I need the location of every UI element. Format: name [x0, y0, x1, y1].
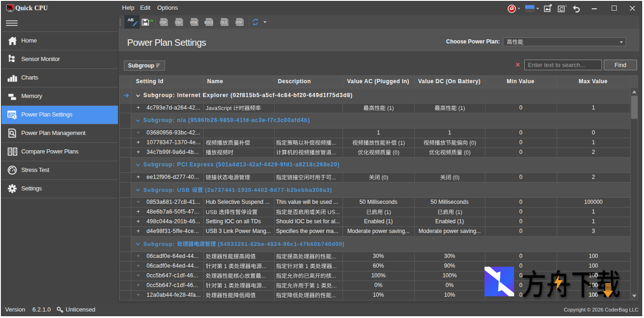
svg-text:HTM: HTM	[190, 21, 197, 24]
svg-text:PDF: PDF	[160, 21, 166, 24]
svg-text:RTF: RTF	[236, 21, 242, 24]
svg-text:DOCX: DOCX	[204, 21, 213, 24]
svg-text:CSV: CSV	[176, 21, 182, 24]
svg-text:XLS: XLS	[221, 21, 227, 24]
